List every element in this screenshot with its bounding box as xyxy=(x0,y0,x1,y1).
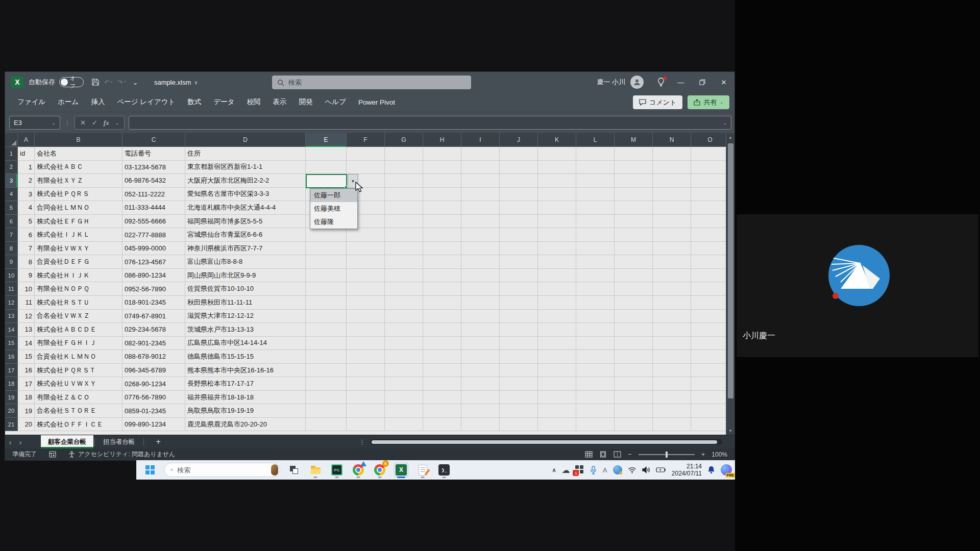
cell-I6[interactable] xyxy=(461,215,500,229)
cell-G12[interactable] xyxy=(385,296,423,310)
cell-K19[interactable] xyxy=(538,391,576,405)
close-button[interactable]: ✕ xyxy=(713,72,734,92)
cell-C19[interactable]: 0776-56-7890 xyxy=(122,391,185,405)
cell-E1[interactable] xyxy=(306,147,347,161)
ribbon-tab-挿入[interactable]: 挿入 xyxy=(85,92,111,112)
cell-F12[interactable] xyxy=(347,296,385,310)
notification-bell-icon[interactable] xyxy=(707,466,715,474)
column-header-K[interactable]: K xyxy=(538,133,576,147)
ribbon-tab-Power Pivot[interactable]: Power Pivot xyxy=(352,92,401,112)
pycharm-button[interactable]: PC xyxy=(329,462,345,478)
cell-H4[interactable] xyxy=(423,188,461,202)
cell-K1[interactable] xyxy=(538,147,576,161)
sheet-tab-inactive[interactable]: 担当者台帳 xyxy=(96,435,142,448)
cell-G6[interactable] xyxy=(385,215,423,229)
cell-C18[interactable]: 0268-90-1234 xyxy=(122,377,185,391)
cell-J7[interactable] xyxy=(500,228,538,242)
cell-A1[interactable]: id xyxy=(18,147,35,161)
cell-M13[interactable] xyxy=(615,310,653,323)
column-header-M[interactable]: M xyxy=(615,133,653,147)
ime-indicator[interactable]: A xyxy=(602,466,607,474)
cell-F7[interactable] xyxy=(347,228,385,242)
more-icon[interactable]: ⋮ xyxy=(359,438,365,446)
cell-G14[interactable] xyxy=(385,323,423,337)
cell-O15[interactable] xyxy=(691,337,729,350)
row-header-2[interactable]: 2 xyxy=(5,161,18,174)
cell-B5[interactable]: 合同会社ＬＭＮＯ xyxy=(35,201,122,215)
cell-C1[interactable]: 電話番号 xyxy=(122,147,185,161)
cell-H3[interactable] xyxy=(423,174,461,188)
page-layout-view-icon[interactable] xyxy=(599,451,607,458)
vertical-scrollbar[interactable]: ▲ ▼ xyxy=(726,133,734,435)
column-header-N[interactable]: N xyxy=(653,133,691,147)
cell-M5[interactable] xyxy=(615,201,653,215)
cell-G1[interactable] xyxy=(385,147,423,161)
column-header-A[interactable]: A xyxy=(18,133,35,147)
cell-J20[interactable] xyxy=(500,404,538,418)
cell-D7[interactable]: 宮城県仙台市青葉区6-6-6 xyxy=(185,228,306,242)
cell-C21[interactable]: 099-890-1234 xyxy=(122,418,185,432)
microphone-icon[interactable] xyxy=(590,466,597,474)
name-box[interactable]: E3 ⌄ xyxy=(9,116,60,130)
column-header-I[interactable]: I xyxy=(461,133,500,147)
cell-D1[interactable]: 住所 xyxy=(185,147,306,161)
cell-M16[interactable] xyxy=(615,350,653,364)
file-explorer-button[interactable] xyxy=(308,462,323,478)
column-header-E[interactable]: E xyxy=(306,133,347,147)
taskbar-search-input[interactable] xyxy=(177,466,267,474)
cell-L2[interactable] xyxy=(576,161,615,174)
cell-K5[interactable] xyxy=(538,201,576,215)
cell-E15[interactable] xyxy=(306,337,347,350)
cell-H5[interactable] xyxy=(423,201,461,215)
cell-K16[interactable] xyxy=(538,350,576,364)
cell-O18[interactable] xyxy=(691,377,729,391)
cell-K11[interactable] xyxy=(538,282,576,296)
cell-N16[interactable] xyxy=(653,350,691,364)
cell-E19[interactable] xyxy=(306,391,347,405)
cell-C10[interactable]: 086-890-1234 xyxy=(122,269,185,283)
zoom-slider-thumb[interactable] xyxy=(666,452,668,458)
cell-E17[interactable] xyxy=(306,364,347,378)
cell-F10[interactable] xyxy=(347,269,385,283)
cell-N6[interactable] xyxy=(653,215,691,229)
cell-M15[interactable] xyxy=(615,337,653,350)
cell-O12[interactable] xyxy=(691,296,729,310)
cell-K15[interactable] xyxy=(538,337,576,350)
cell-M11[interactable] xyxy=(615,282,653,296)
cell-B13[interactable]: 合名会社ＶＷＸＺ xyxy=(35,310,122,323)
cell-F19[interactable] xyxy=(347,391,385,405)
cell-K9[interactable] xyxy=(538,255,576,269)
speaker-icon[interactable] xyxy=(642,466,650,473)
cell-G13[interactable] xyxy=(385,310,423,323)
cell-M19[interactable] xyxy=(615,391,653,405)
column-header-C[interactable]: C xyxy=(122,133,185,147)
cell-N17[interactable] xyxy=(653,364,691,378)
tray-expand-icon[interactable]: ∧ xyxy=(552,467,556,473)
cell-I10[interactable] xyxy=(461,269,500,283)
cell-A13[interactable]: 12 xyxy=(18,310,35,323)
row-header-20[interactable]: 20 xyxy=(5,404,18,418)
cell-H12[interactable] xyxy=(423,296,461,310)
cell-L6[interactable] xyxy=(576,215,615,229)
cell-A6[interactable]: 5 xyxy=(18,215,35,229)
cell-N11[interactable] xyxy=(653,282,691,296)
cell-K18[interactable] xyxy=(538,377,576,391)
cell-F8[interactable] xyxy=(347,242,385,256)
cell-M21[interactable] xyxy=(615,418,653,432)
cell-O10[interactable] xyxy=(691,269,729,283)
cell-F13[interactable] xyxy=(347,310,385,323)
select-all-corner[interactable] xyxy=(5,133,18,147)
save-icon[interactable] xyxy=(89,78,102,86)
tell-me-lightbulb-icon[interactable] xyxy=(652,72,670,92)
selected-cell-E3[interactable] xyxy=(306,174,347,188)
cell-A19[interactable]: 18 xyxy=(18,391,35,405)
dropdown-item-佐藤美穂[interactable]: 佐藤美穂 xyxy=(310,202,357,215)
row-header-14[interactable]: 14 xyxy=(5,323,18,337)
vertical-scroll-thumb[interactable] xyxy=(728,143,733,398)
cell-M10[interactable] xyxy=(615,269,653,283)
terminal-button[interactable]: ❯_ xyxy=(436,462,452,478)
cell-N7[interactable] xyxy=(653,228,691,242)
cell-G18[interactable] xyxy=(385,377,423,391)
assistant-orb-icon[interactable] xyxy=(613,465,622,474)
cell-I14[interactable] xyxy=(461,323,500,337)
